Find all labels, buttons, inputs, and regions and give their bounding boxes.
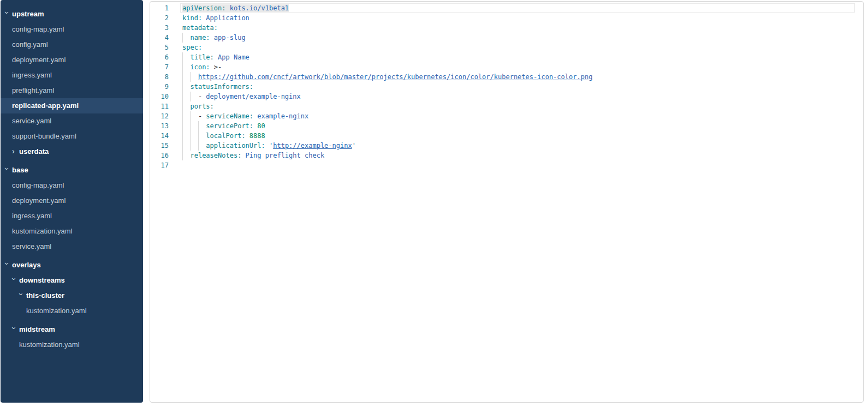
code-line-content: - serviceName: example-nginx (182, 111, 863, 121)
code-line-content: servicePort: 80 (182, 121, 863, 131)
code-line-content: spec: (182, 43, 863, 52)
editor-panel: 1apiVersion: kots.io/v1beta12kind: Appli… (150, 1, 864, 403)
code-line-5[interactable]: 5spec: (150, 43, 863, 52)
code-token: 80 (257, 122, 265, 130)
code-line-9[interactable]: 9 statusInformers: (150, 82, 863, 92)
tree-item-support-bundle-yaml[interactable]: support-bundle.yaml (1, 129, 143, 144)
code-token (210, 34, 214, 41)
code-token (241, 152, 245, 159)
code-line-6[interactable]: 6 title: App Name (150, 52, 863, 62)
code-line-10[interactable]: 10 - deployment/example-nginx (150, 92, 863, 101)
code-token: releaseNotes: (190, 152, 241, 159)
line-number: 3 (150, 23, 169, 33)
tree-item-label: upstream (12, 7, 44, 22)
selected-text: apiVersion: kots.io/v1beta1 (182, 4, 289, 12)
tree-item-label: support-bundle.yaml (12, 129, 76, 144)
chevron-down-icon: › (3, 167, 11, 172)
tree-item-midstream[interactable]: ›midstream (1, 322, 143, 337)
code-tokens: localPort: 8888 (182, 132, 265, 140)
code-line-8[interactable]: 8 https://github.com/cncf/artwork/blob/m… (150, 72, 863, 82)
chevron-down-icon: › (17, 293, 25, 297)
code-tokens: - serviceName: example-nginx (182, 112, 308, 120)
tree-item-kustomization-yaml[interactable]: kustomization.yaml (1, 303, 143, 319)
tree-item-ingress-yaml[interactable]: ingress.yaml (1, 208, 143, 224)
tree-item-config-map-yaml[interactable]: config-map.yaml (1, 178, 143, 193)
tree-item-this-cluster[interactable]: ›this-cluster (1, 288, 143, 303)
code-line-11[interactable]: 11 ports: (150, 101, 863, 111)
code-token (182, 83, 190, 91)
code-token (182, 142, 206, 149)
code-tokens: https://github.com/cncf/artwork/blob/mas… (182, 73, 592, 81)
line-number: 7 (150, 62, 169, 72)
code-token: statusInformers: (190, 83, 253, 91)
code-token: example-nginx (257, 112, 308, 120)
tree-item-kustomization-yaml[interactable]: kustomization.yaml (1, 337, 143, 352)
code-line-content: icon: >- (182, 62, 863, 72)
tree-item-preflight-yaml[interactable]: preflight.yaml (1, 83, 143, 98)
code-token: >- (214, 63, 222, 71)
code-editor[interactable]: 1apiVersion: kots.io/v1beta12kind: Appli… (150, 2, 863, 170)
code-line-13[interactable]: 13 servicePort: 80 (150, 121, 863, 131)
tree-item-service-yaml[interactable]: service.yaml (1, 239, 143, 254)
tree-item-label: ingress.yaml (12, 208, 52, 224)
code-token: apiVersion: (182, 4, 225, 12)
code-token (214, 53, 218, 61)
code-line-content: https://github.com/cncf/artwork/blob/mas… (182, 72, 863, 82)
tree-item-replicated-app-yaml[interactable]: replicated-app.yaml (1, 98, 143, 113)
code-token: Application (206, 14, 249, 22)
code-token: metadata: (182, 24, 218, 32)
tree-item-kustomization-yaml[interactable]: kustomization.yaml (1, 224, 143, 239)
code-token: serviceName: (206, 112, 253, 120)
tree-item-base[interactable]: ›base (1, 163, 143, 178)
tree-item-ingress-yaml[interactable]: ingress.yaml (1, 68, 143, 83)
code-line-content: apiVersion: kots.io/v1beta1 (182, 3, 863, 13)
code-token: - (198, 112, 206, 120)
code-line-3[interactable]: 3metadata: (150, 23, 863, 33)
tree-item-downstreams[interactable]: ›downstreams (1, 273, 143, 288)
code-line-17[interactable]: 17 (150, 160, 863, 170)
tree-item-label: downstreams (19, 273, 65, 288)
code-token: icon: (190, 63, 210, 71)
tree-item-deployment-yaml[interactable]: deployment.yaml (1, 52, 143, 68)
code-line-content: metadata: (182, 23, 863, 33)
tree-item-service-yaml[interactable]: service.yaml (1, 113, 143, 129)
tree-item-label: kustomization.yaml (26, 303, 87, 319)
url-link[interactable]: http://example-nginx (273, 142, 352, 149)
code-line-12[interactable]: 12 - serviceName: example-nginx (150, 111, 863, 121)
code-line-15[interactable]: 15 applicationUrl: 'http://example-nginx… (150, 141, 863, 151)
line-number: 2 (150, 13, 169, 23)
code-line-14[interactable]: 14 localPort: 8888 (150, 131, 863, 141)
tree-item-config-yaml[interactable]: config.yaml (1, 37, 143, 52)
tree-item-label: service.yaml (12, 239, 51, 254)
tree-item-deployment-yaml[interactable]: deployment.yaml (1, 193, 143, 208)
tree-item-config-map-yaml[interactable]: config-map.yaml (1, 22, 143, 37)
code-line-7[interactable]: 7 icon: >- (150, 62, 863, 72)
url-link[interactable]: https://github.com/cncf/artwork/blob/mas… (198, 73, 592, 81)
code-token: applicationUrl: (206, 142, 265, 149)
code-token: ' (352, 142, 356, 149)
code-line-1[interactable]: 1apiVersion: kots.io/v1beta1 (150, 3, 863, 13)
tree-item-overlays[interactable]: ›overlays (1, 258, 143, 273)
code-tokens: spec: (182, 44, 202, 51)
code-token (182, 73, 198, 81)
tree-item-label: deployment.yaml (12, 52, 66, 68)
tree-item-upstream[interactable]: ›upstream (1, 7, 143, 22)
code-line-16[interactable]: 16 releaseNotes: Ping preflight check (150, 151, 863, 160)
line-number: 16 (150, 151, 169, 160)
code-line-4[interactable]: 4 name: app-slug (150, 33, 863, 43)
tree-item-label: midstream (19, 322, 55, 337)
code-token: 8888 (249, 132, 265, 140)
code-line-2[interactable]: 2kind: Application (150, 13, 863, 23)
chevron-down-icon: › (3, 11, 11, 16)
chevron-down-icon: › (10, 327, 18, 331)
code-tokens: name: app-slug (182, 34, 246, 41)
tree-item-label: kustomization.yaml (12, 224, 73, 239)
tree-item-label: config-map.yaml (12, 22, 64, 37)
code-token (182, 34, 190, 41)
line-number: 5 (150, 43, 169, 52)
code-tokens: kind: Application (182, 14, 249, 22)
tree-item-userdata[interactable]: ›userdata (1, 144, 143, 159)
tree-item-label: replicated-app.yaml (12, 98, 79, 113)
code-token: app-slug (214, 34, 246, 41)
line-number: 9 (150, 82, 169, 92)
